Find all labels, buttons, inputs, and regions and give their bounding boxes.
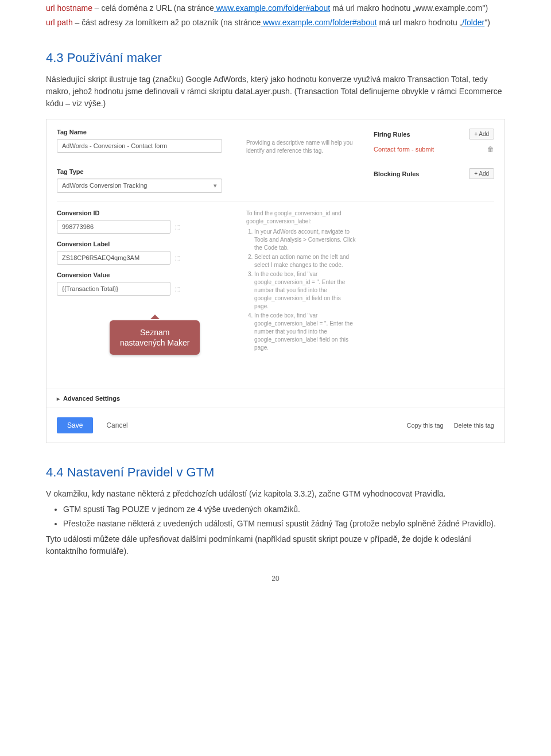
blocking-rules-label: Blocking Rules [374,170,419,177]
tag-type-select[interactable]: AdWords Conversion Tracking ▾ [57,179,222,193]
advanced-settings-toggle[interactable]: ▸Advanced Settings [46,389,505,408]
list-item: GTM spustí Tag POUZE v jednom ze 4 výše … [63,503,505,515]
path-link-1[interactable]: www.example.com/folder#about [261,18,377,27]
copy-tag-button[interactable]: Copy this tag [406,422,443,429]
conversion-value-label: Conversion Value [57,272,229,278]
chevron-down-icon: ▾ [214,182,217,189]
conversion-label-input[interactable]: ZS18CP6R5AEQ4qmg3AM [57,251,170,265]
save-button[interactable]: Save [57,417,93,433]
caret-right-icon: ▸ [57,396,60,402]
macro-picker-icon[interactable]: ⬚ [175,255,180,261]
blocking-rules-add-button[interactable]: + Add [469,168,494,179]
gtm-tag-screenshot: Tag Name AdWords - Conversion - Contact … [46,119,505,443]
hostname-link[interactable]: www.example.com/folder#about [214,3,330,13]
conversion-id-input[interactable]: 998773986 [57,220,170,234]
path-desc: url path – část adresy za lomítkem až po… [46,17,505,29]
path-label: url path [46,18,73,27]
page-number: 20 [46,575,505,583]
tag-name-label: Tag Name [57,129,229,135]
firing-rules-label: Firing Rules [374,131,410,138]
cancel-button[interactable]: Cancel [106,421,127,429]
macro-picker-icon[interactable]: ⬚ [175,224,180,230]
conversion-help-steps: In your AdWords account, navigate to Too… [246,228,356,352]
trash-icon[interactable]: 🗑 [487,145,494,153]
path-link-2[interactable]: /folder [462,18,484,27]
firing-rule-item[interactable]: Contact form - submit [374,146,434,153]
list-item: Přestože nastane některá z uvedených udá… [63,518,505,530]
section-44-bullets: GTM spustí Tag POUZE v jednom ze 4 výše … [63,503,505,530]
hostname-label: url hostname [46,3,92,13]
section-43-heading: 4.3 Používání maker [46,51,505,65]
tag-name-input[interactable]: AdWords - Conversion - Contact form [57,139,222,153]
macro-picker-icon[interactable]: ⬚ [175,286,180,292]
firing-rules-add-button[interactable]: + Add [469,129,494,139]
section-44-p1: V okamžiku, kdy nastane některá z předch… [46,488,505,500]
delete-tag-button[interactable]: Delete this tag [454,422,494,429]
conversion-id-label: Conversion ID [57,210,229,216]
conversion-help-intro: To find the google_conversion_id and goo… [246,210,356,226]
conversion-value-input[interactable]: {{Transaction Total}} [57,282,170,296]
conversion-label-label: Conversion Label [57,241,229,247]
callout-box: Seznam nastavených Maker [110,320,200,355]
tag-type-label: Tag Type [57,168,229,175]
section-43-para: Následující skript ilustruje tag (značku… [46,73,505,110]
hostname-desc: url hostname – celá doména z URL (na str… [46,2,505,14]
section-44-p2: Tyto události můžete dále upřesňovat dal… [46,533,505,557]
tag-name-help: Providing a descriptive name will help y… [246,139,356,155]
section-44-heading: 4.4 Nastavení Pravidel v GTM [46,465,505,480]
